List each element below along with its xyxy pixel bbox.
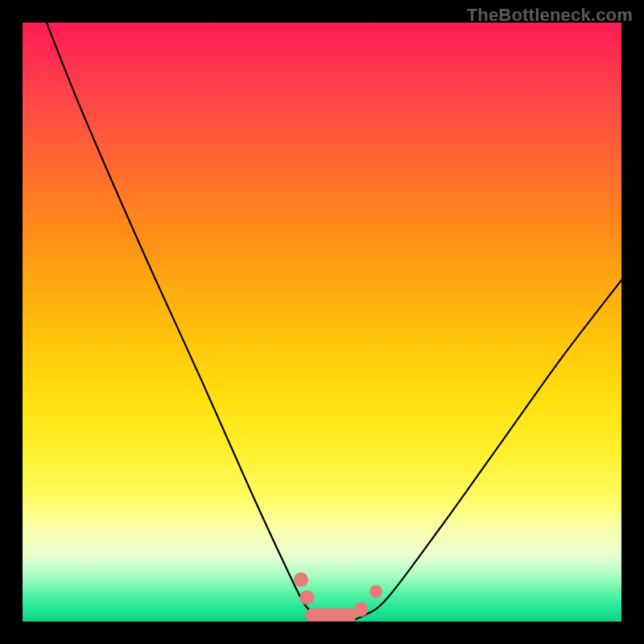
dot-left-upper (294, 572, 308, 587)
figure-frame: TheBottleneck.com (0, 0, 644, 644)
dot-right-upper (369, 585, 382, 598)
bottleneck-curve (47, 23, 621, 621)
curve-overlay (23, 23, 621, 621)
dot-right-lower (353, 602, 368, 617)
gradient-plot-area (23, 23, 621, 621)
dot-left-lower (299, 590, 314, 605)
curve-markers (294, 572, 382, 621)
pill-bottom (306, 609, 357, 621)
